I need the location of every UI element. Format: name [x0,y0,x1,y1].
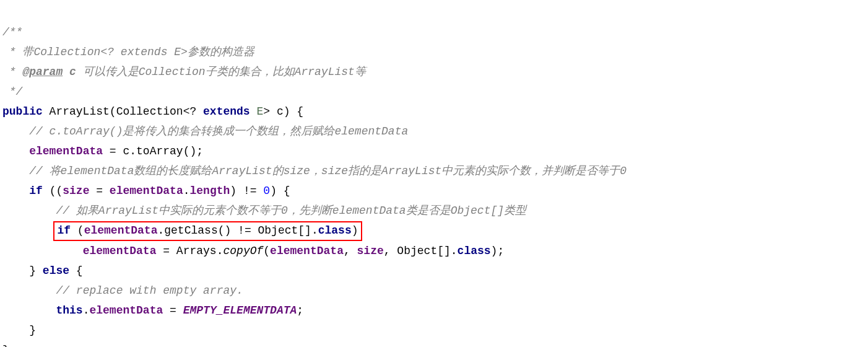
keyword-else: else [43,265,69,277]
javadoc-close: */ [2,86,22,98]
close-brace3: } [2,344,9,347]
semi: ); [491,245,505,257]
keyword-this: this [56,304,82,317]
close-paren: ) [352,224,358,237]
javadoc-desc: * 带Collection<? extends E>参数的构造器 [2,46,254,58]
open-brace: { [69,265,83,277]
comment-toarray: // c.toArray()是将传入的集合转换成一个数组，然后赋给element… [29,125,408,138]
field-elementdata3: elementData [84,224,158,237]
semi2: ; [297,304,303,317]
keyword-if: if [29,185,43,197]
javadoc-param-name: c [63,66,76,78]
keyword-class2: class [458,245,491,257]
paren: (( [43,185,63,197]
neq: ) != [230,185,263,197]
field-elementdata: elementData [29,145,103,157]
field-length: length [190,185,230,197]
javadoc-open: /** [2,26,22,38]
field-elementdata2: elementData [110,185,183,197]
keyword-public: public [2,105,43,118]
generic-e: E [257,105,264,118]
method-copyof: copyOf [223,245,263,257]
field-elementdata5: elementData [270,245,344,257]
dot: . [183,185,190,197]
assign-toarray: = c.toArray(); [103,145,203,157]
eq2: = Arrays. [156,245,223,257]
signature-end: > c) { [263,105,303,118]
field-elementdata6: elementData [89,304,163,317]
comma: , [344,245,357,257]
paren2: ( [71,224,84,237]
comment-getclass: // 如果ArrayList中实际的元素个数不等于0，先判断elementDat… [56,204,526,217]
javadoc-param-prefix: * [2,66,22,78]
keyword-if-inner: if [57,224,71,237]
javadoc-param-tag: @param [22,66,63,78]
comment-replace: // replace with empty array. [56,284,243,297]
close-brace: } [29,265,43,277]
eq3: = [163,304,183,317]
close-brace2: } [29,324,36,336]
dot2: . [83,304,90,317]
literal-zero: 0 [263,185,270,197]
space [250,105,257,118]
open-paren: ( [263,245,270,257]
comma2: , Object[]. [384,245,458,257]
javadoc-param-desc: 可以传入是Collection子类的集合，比如ArrayList等 [76,66,366,78]
getclass-text: .getClass() != Object[]. [157,224,318,237]
java-code-block: /** * 带Collection<? extends E>参数的构造器 * @… [0,0,868,347]
const-empty-elementdata: EMPTY_ELEMENTDATA [183,304,297,317]
field-elementdata4: elementData [83,245,157,257]
signature-mid: ArrayList(Collection<? [43,105,203,118]
keyword-extends: extends [203,105,250,118]
eq: = [89,185,109,197]
keyword-class: class [318,224,352,237]
field-size2: size [357,245,384,257]
field-size: size [63,185,89,197]
brace: ) { [270,185,290,197]
comment-length: // 将elementData数组的长度赋给ArrayList的size，siz… [29,165,627,177]
highlighted-if-condition: if (elementData.getClass() != Object[].c… [53,221,362,241]
